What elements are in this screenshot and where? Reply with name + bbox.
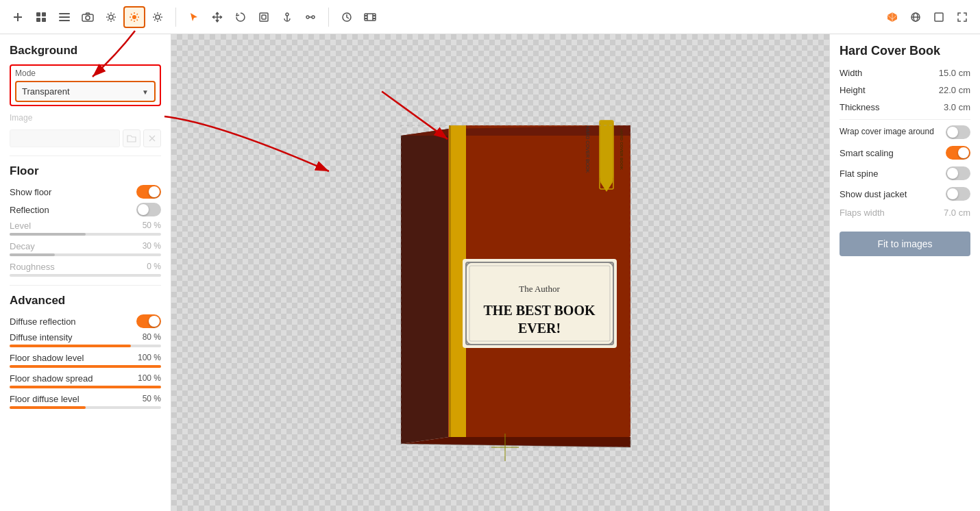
- dust-jacket-row: Show dust jacket: [840, 187, 970, 201]
- decay-slider-row: Decay 30 %: [10, 241, 161, 256]
- svg-rect-15: [262, 15, 266, 19]
- add-button[interactable]: [7, 6, 29, 28]
- floor-section: Floor Show floor Reflection Level 50 %: [10, 164, 161, 277]
- decay-label: Decay: [10, 241, 35, 251]
- expand-button[interactable]: [951, 6, 973, 28]
- main-area: Background Mode Transparent Color Image …: [0, 34, 980, 511]
- level-slider-row: Level 50 %: [10, 221, 161, 236]
- cursor-button[interactable]: [183, 6, 205, 28]
- camera-button[interactable]: [77, 6, 99, 28]
- background-title: Background: [10, 44, 161, 58]
- gear-active-button[interactable]: [123, 6, 145, 28]
- sun-button[interactable]: [147, 6, 169, 28]
- toolbar-sep2: [328, 8, 329, 27]
- svg-rect-26: [365, 18, 367, 19]
- clock-button[interactable]: [336, 6, 358, 28]
- svg-point-18: [306, 16, 309, 18]
- anchor-button[interactable]: [276, 6, 298, 28]
- wrap-row: Wrap cover image around: [840, 125, 970, 139]
- scale-button[interactable]: [253, 6, 275, 28]
- flaps-width-value: 7.0 cm: [944, 208, 970, 218]
- show-floor-label: Show floor: [10, 187, 51, 197]
- floor-shadow-spread-row: Floor shadow spread 100 %: [10, 373, 161, 388]
- reflection-row: Reflection: [10, 203, 161, 216]
- grid-button[interactable]: [30, 6, 52, 28]
- toolbar-anim-group: [336, 6, 381, 28]
- show-floor-row: Show floor: [10, 185, 161, 199]
- clear-button[interactable]: [143, 129, 161, 147]
- divider1: [10, 155, 161, 156]
- reflection-toggle[interactable]: [136, 203, 161, 216]
- svg-point-19: [312, 16, 315, 18]
- right-panel: Hard Cover Book Width 15.0 cm Height 22.…: [829, 34, 980, 511]
- svg-rect-1: [14, 16, 22, 18]
- width-label: Width: [840, 68, 862, 78]
- level-label: Level: [10, 221, 31, 231]
- svg-rect-48: [449, 125, 451, 437]
- film-button[interactable]: [359, 6, 381, 28]
- svg-point-13: [156, 15, 160, 19]
- floor-diffuse-level-slider[interactable]: [10, 406, 161, 409]
- svg-rect-14: [260, 13, 268, 21]
- svg-point-16: [286, 13, 289, 16]
- image-input[interactable]: [10, 129, 120, 147]
- settings2-button[interactable]: [100, 6, 122, 28]
- flat-spine-toggle[interactable]: [946, 166, 970, 180]
- svg-marker-42: [401, 129, 449, 444]
- flaps-width-label: Flaps width: [840, 208, 885, 218]
- book-container[interactable]: HARD COVER BOOK HARD COVER BOOK: [356, 81, 644, 464]
- roughness-value: 0 %: [147, 262, 161, 272]
- svg-text:HARD COVER BOOK: HARD COVER BOOK: [620, 129, 624, 171]
- canvas-area[interactable]: HARD COVER BOOK HARD COVER BOOK: [171, 34, 829, 511]
- rotate-button[interactable]: [230, 6, 252, 28]
- move-button[interactable]: [206, 6, 228, 28]
- diffuse-intensity-slider[interactable]: [10, 345, 161, 347]
- smart-scaling-label: Smart scaling: [840, 148, 894, 158]
- svg-rect-4: [36, 18, 40, 22]
- flat-spine-label: Flat spine: [840, 169, 878, 179]
- advanced-section: Advanced Diffuse reflection Diffuse inte…: [10, 294, 161, 409]
- diffuse-reflection-toggle[interactable]: [136, 314, 161, 328]
- roughness-slider[interactable]: [10, 274, 161, 277]
- thickness-row: Thickness 3.0 cm: [840, 102, 970, 112]
- svg-rect-3: [42, 12, 46, 16]
- floor-shadow-spread-label: Floor shadow spread: [10, 373, 93, 384]
- diffuse-intensity-row: Diffuse intensity 80 %: [10, 332, 161, 347]
- image-label: Image: [10, 113, 32, 123]
- floor-diffuse-level-label: Floor diffuse level: [10, 394, 79, 404]
- frame-button[interactable]: [928, 6, 950, 28]
- mode-select[interactable]: Transparent Color Image Gradient: [16, 82, 154, 101]
- floor-title: Floor: [10, 164, 161, 178]
- dust-jacket-toggle[interactable]: [946, 187, 970, 201]
- floor-shadow-spread-slider[interactable]: [10, 386, 161, 388]
- decay-value: 30 %: [143, 241, 161, 251]
- decay-slider[interactable]: [10, 253, 161, 256]
- smart-scaling-toggle[interactable]: [946, 146, 970, 160]
- floor-shadow-level-slider[interactable]: [10, 365, 161, 368]
- floor-shadow-level-value: 100 %: [138, 353, 161, 363]
- cube-button[interactable]: [881, 6, 903, 28]
- mode-highlight-box: Mode Transparent Color Image Gradient ▼: [10, 64, 161, 106]
- mode-select-wrapper[interactable]: Transparent Color Image Gradient ▼: [15, 81, 156, 102]
- smart-scaling-row: Smart scaling: [840, 146, 970, 160]
- svg-rect-7: [59, 16, 70, 18]
- wrap-toggle[interactable]: [946, 125, 970, 139]
- show-floor-toggle[interactable]: [136, 185, 161, 199]
- book-svg: HARD COVER BOOK HARD COVER BOOK: [356, 81, 644, 464]
- folder-button[interactable]: [123, 129, 140, 147]
- diffuse-reflection-row: Diffuse reflection: [10, 314, 161, 328]
- svg-point-10: [86, 16, 90, 20]
- level-slider[interactable]: [10, 233, 161, 236]
- flaps-width-row: Flaps width 7.0 cm: [840, 208, 970, 218]
- thickness-label: Thickness: [840, 102, 880, 112]
- background-section: Background Mode Transparent Color Image …: [10, 44, 161, 147]
- globe-button[interactable]: [905, 6, 927, 28]
- image-controls: [10, 129, 161, 147]
- menu-button[interactable]: [53, 6, 75, 28]
- svg-rect-54: [600, 121, 613, 182]
- svg-text:THE BEST BOOK: THE BEST BOOK: [483, 303, 595, 318]
- height-label: Height: [840, 85, 866, 95]
- anchor2-button[interactable]: [299, 6, 321, 28]
- fit-to-images-button[interactable]: Fit to images: [840, 232, 970, 256]
- roughness-slider-row: Roughness 0 %: [10, 262, 161, 277]
